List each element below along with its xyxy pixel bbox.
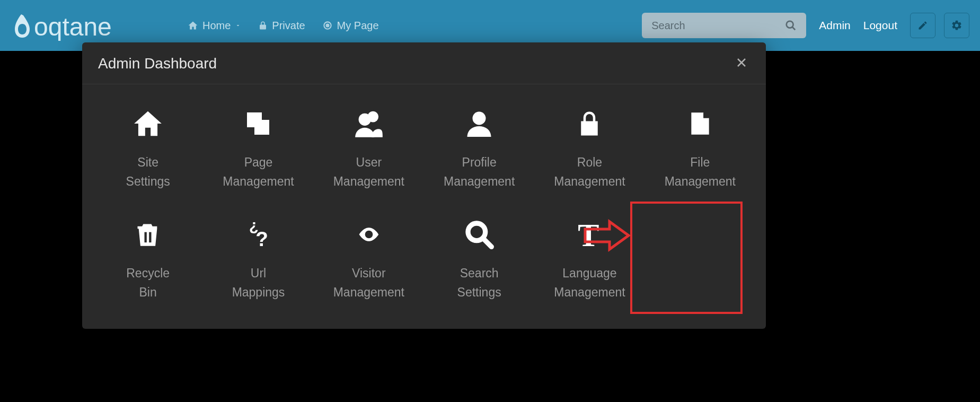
close-icon [735, 56, 748, 69]
svg-point-16 [367, 233, 370, 237]
svg-point-11 [473, 112, 486, 125]
tile-label: File Management [665, 153, 736, 191]
eye-icon [352, 216, 386, 252]
search-icon [464, 216, 494, 252]
tile-file-management[interactable]: File Management [645, 100, 755, 196]
nav-mypage[interactable]: My Page [315, 15, 386, 36]
lock-icon [575, 106, 604, 142]
tile-grid: Site Settings Page Management User Manag… [82, 84, 766, 329]
caret-down-icon [235, 22, 241, 29]
pages-icon [243, 106, 273, 142]
svg-text:?: ? [256, 228, 269, 250]
close-button[interactable] [733, 54, 750, 73]
target-icon [322, 20, 333, 31]
tile-label: Site Settings [126, 153, 170, 191]
nav-home-label: Home [202, 20, 231, 32]
nav-private-label: Private [272, 20, 305, 32]
svg-point-10 [358, 113, 370, 126]
admin-dashboard-modal: Admin Dashboard Site Settings Page Manag… [82, 42, 766, 329]
question-icon: ¿ ? [243, 216, 273, 252]
tile-recycle-bin[interactable]: Recycle Bin [93, 211, 203, 307]
admin-link[interactable]: Admin [819, 19, 851, 32]
tile-language-management[interactable]: T Language Management [534, 211, 644, 307]
svg-point-3 [787, 21, 793, 28]
logo: oqtane [11, 9, 164, 42]
tile-label: Profile Management [444, 153, 515, 191]
nav-home[interactable]: Home [180, 15, 249, 36]
nav-mypage-label: My Page [337, 20, 379, 32]
pencil-icon [917, 20, 928, 31]
svg-rect-13 [149, 232, 151, 243]
tile-label: Recycle Bin [126, 264, 170, 302]
svg-rect-12 [145, 232, 147, 243]
settings-button[interactable] [944, 13, 969, 38]
search-input[interactable] [651, 20, 779, 32]
tile-label: Page Management [223, 153, 294, 191]
svg-text:T: T [578, 219, 599, 250]
tile-label: Role Management [554, 153, 625, 191]
file-icon [687, 106, 713, 142]
tile-visitor-management[interactable]: Visitor Management [314, 211, 424, 307]
svg-point-2 [326, 24, 329, 27]
logout-link[interactable]: Logout [863, 19, 897, 32]
home-icon [131, 106, 164, 142]
lock-icon [258, 21, 268, 30]
tile-label: Visitor Management [333, 264, 404, 302]
tile-profile-management[interactable]: Profile Management [424, 100, 534, 196]
modal-title: Admin Dashboard [98, 55, 217, 72]
users-icon [352, 106, 385, 142]
home-icon [188, 20, 198, 31]
tile-label: Language Management [554, 264, 625, 302]
tile-label: Url Mappings [232, 264, 285, 302]
text-icon: T [574, 216, 605, 252]
tile-url-mappings[interactable]: ¿ ? Url Mappings [203, 211, 313, 307]
nav-private[interactable]: Private [251, 15, 312, 36]
gear-icon [951, 20, 963, 31]
edit-button[interactable] [910, 13, 935, 38]
search-box[interactable] [642, 13, 806, 38]
nav-links: Home Private My Page [180, 15, 386, 36]
search-icon[interactable] [785, 20, 797, 31]
tile-user-management[interactable]: User Management [314, 100, 424, 196]
user-icon [463, 106, 495, 142]
modal-header: Admin Dashboard [82, 42, 766, 84]
svg-rect-8 [254, 120, 269, 135]
tile-site-settings[interactable]: Site Settings [93, 100, 203, 196]
trash-icon [134, 216, 162, 252]
tile-role-management[interactable]: Role Management [534, 100, 644, 196]
topbar-right: Admin Logout [642, 13, 969, 38]
svg-line-18 [483, 238, 491, 247]
tile-search-settings[interactable]: Search Settings [424, 211, 534, 307]
tile-label: Search Settings [457, 264, 501, 302]
svg-line-4 [792, 27, 796, 30]
tile-label: User Management [333, 153, 404, 191]
tile-page-management[interactable]: Page Management [203, 100, 313, 196]
svg-text:oqtane: oqtane [34, 13, 112, 41]
